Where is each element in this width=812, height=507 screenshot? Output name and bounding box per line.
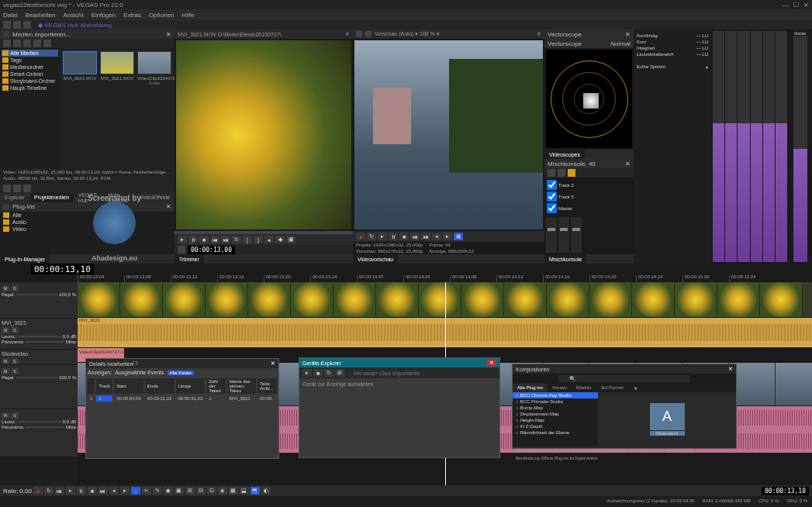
next-frame-button[interactable]: ▸: [443, 233, 452, 240]
prev-frame-button[interactable]: ◂: [432, 233, 441, 240]
plugin-item[interactable]: Audio: [0, 219, 174, 226]
filter-select[interactable]: Alle Felder: [168, 371, 195, 375]
close-icon[interactable]: ✕: [625, 31, 631, 38]
audio-icon[interactable]: [568, 169, 575, 177]
menu-help[interactable]: Hilfe: [181, 12, 194, 19]
show-select[interactable]: Ausgewählte Events: [115, 370, 164, 375]
folder-item[interactable]: Tags: [2, 57, 58, 64]
tab-explorer[interactable]: Explorer: [0, 193, 29, 202]
track-header[interactable]: MS Lautst.:0,0 dB Panorama:Mitte: [0, 409, 78, 457]
plugin-item[interactable]: Alle: [0, 212, 174, 219]
media-thumb[interactable]: VideoClip20240727-1.mo: [137, 51, 171, 85]
fader[interactable]: [558, 217, 569, 253]
track-header[interactable]: Stockvideo MS: [0, 350, 78, 365]
tool-icon[interactable]: [3, 185, 11, 192]
mute-button[interactable]: M: [2, 358, 9, 364]
hub-label[interactable]: ◆ VEGAS Hub Abmeldung: [38, 22, 112, 29]
end-button[interactable]: ⏭: [98, 487, 108, 495]
list-item[interactable]: ○ Bump-Map: [513, 405, 598, 411]
toolbar-icon[interactable]: [23, 21, 31, 29]
tool-button[interactable]: ◐: [261, 487, 271, 495]
loop-button[interactable]: ↻: [232, 236, 241, 243]
trimmer-preview[interactable]: [176, 40, 351, 229]
close-icon[interactable]: ✕: [537, 31, 541, 37]
tab-hubexplorer[interactable]: Hub Explorer: [104, 193, 135, 202]
tab-projektmedien[interactable]: Projektmedien: [29, 193, 74, 202]
toolbar-icon[interactable]: [3, 21, 11, 29]
close-icon[interactable]: ✕: [487, 360, 496, 366]
tab-videoscopes[interactable]: Videoscopes: [544, 150, 585, 159]
loop-button[interactable]: ↻: [44, 487, 54, 495]
pause-button[interactable]: ⏸: [77, 487, 86, 495]
track-header[interactable]: MS Pegel:100,0 %: [0, 365, 78, 409]
playhead-timecode[interactable]: 00:00:13,10: [31, 264, 94, 275]
close-button[interactable]: ✕: [803, 2, 809, 9]
maximize-button[interactable]: ☐: [793, 2, 799, 9]
tool-button[interactable]: ●: [264, 236, 274, 243]
tool-button[interactable]: ⬒: [251, 487, 260, 495]
video-preview[interactable]: [354, 40, 543, 229]
tool-icon[interactable]: [3, 40, 11, 47]
timeline-ruler[interactable]: 00:00:13,0400:00:13,0800:00:13,1200:00:1…: [0, 274, 812, 282]
folder-item[interactable]: Medienordner: [2, 64, 58, 71]
stop-button[interactable]: ■: [313, 369, 323, 377]
tab-videoeffekte[interactable]: VideoEffekte: [135, 193, 174, 202]
close-icon[interactable]: ✕: [345, 31, 350, 37]
device-explorer-popup[interactable]: Geräte-Explorer✕ ▸ ■ ↻ ⊞ Mit neuen Clips…: [299, 357, 500, 458]
track-header[interactable]: MS Pegel:100,0 %: [0, 282, 78, 319]
mix-track[interactable]: Master: [546, 202, 632, 214]
tool-button[interactable]: ▣: [454, 233, 463, 240]
solo-button[interactable]: S: [11, 412, 19, 419]
table-row[interactable]: 1300:00:00,0000:00:31,2200:00:31,221MVI_…: [88, 395, 277, 402]
tool-icon[interactable]: [365, 31, 371, 37]
close-icon[interactable]: ✕: [625, 160, 631, 167]
play-button[interactable]: ▸: [178, 236, 187, 243]
tool-button[interactable]: ▦: [229, 487, 238, 495]
tool-icon[interactable]: [178, 246, 185, 254]
tool-button[interactable]: ▣: [174, 487, 184, 495]
folder-item[interactable]: Storyboard-Ordner: [2, 78, 58, 84]
menu-view[interactable]: Ansicht: [63, 12, 83, 19]
play-start-button[interactable]: ⏮: [55, 487, 64, 495]
track-header[interactable]: MVI_3621 MS Lautst.:0,0 dB Panorama:Mitt…: [0, 319, 78, 350]
tool-icon[interactable]: [548, 169, 555, 177]
mute-button[interactable]: M: [2, 285, 9, 291]
fader[interactable]: [571, 217, 582, 253]
play-button[interactable]: ▸: [378, 233, 387, 240]
tool-button[interactable]: ↕: [131, 487, 140, 495]
play-button[interactable]: ▸: [66, 487, 75, 495]
tab-plugin-manager[interactable]: Plug-In-Manager: [0, 254, 50, 264]
close-icon[interactable]: ✕: [728, 366, 733, 372]
fav-icon[interactable]: ★: [629, 384, 642, 392]
tool-button[interactable]: ▣: [286, 236, 295, 243]
solo-button[interactable]: S: [11, 285, 19, 291]
comp-tab[interactable]: Alle Plug-ins: [513, 384, 548, 392]
tool-button[interactable]: ↻: [324, 369, 333, 377]
list-item[interactable]: ○ KI Z-Depth: [513, 423, 598, 429]
stop-button[interactable]: ■: [199, 236, 209, 243]
fader[interactable]: [546, 217, 557, 253]
close-icon[interactable]: ✕: [271, 360, 275, 367]
list-item[interactable]: ○ BCC Primatte Studio: [513, 398, 598, 405]
prev-button[interactable]: ⏮: [210, 236, 219, 243]
tab-mischkonsole[interactable]: Mischkonsole: [544, 254, 586, 264]
folder-item[interactable]: Smart-Ordner: [2, 71, 58, 78]
tool-icon[interactable]: ☐: [133, 360, 137, 367]
tool-icon[interactable]: [558, 169, 565, 177]
stop-button[interactable]: ■: [399, 233, 409, 240]
comp-tab[interactable]: Kreativ: [548, 384, 572, 392]
comp-tab[interactable]: Effektiv: [572, 384, 596, 392]
close-icon[interactable]: ✕: [166, 203, 171, 210]
pause-button[interactable]: ⏸: [188, 236, 198, 243]
prev-button[interactable]: ◂: [109, 487, 119, 495]
mute-button[interactable]: M: [2, 327, 9, 333]
toolbar-icon[interactable]: [13, 21, 21, 29]
loop-button[interactable]: ↻: [367, 233, 376, 240]
in-button[interactable]: [: [243, 236, 252, 243]
media-thumb[interactable]: MVI_3621.MOV: [100, 51, 134, 81]
tab-videovorschau[interactable]: Videovorschau: [353, 254, 398, 264]
list-item[interactable]: ○ BCC Chroma Key Studio: [513, 392, 598, 398]
solo-button[interactable]: S: [11, 358, 19, 364]
tool-icon[interactable]: [13, 40, 21, 47]
tool-button[interactable]: ⊡: [207, 487, 216, 495]
